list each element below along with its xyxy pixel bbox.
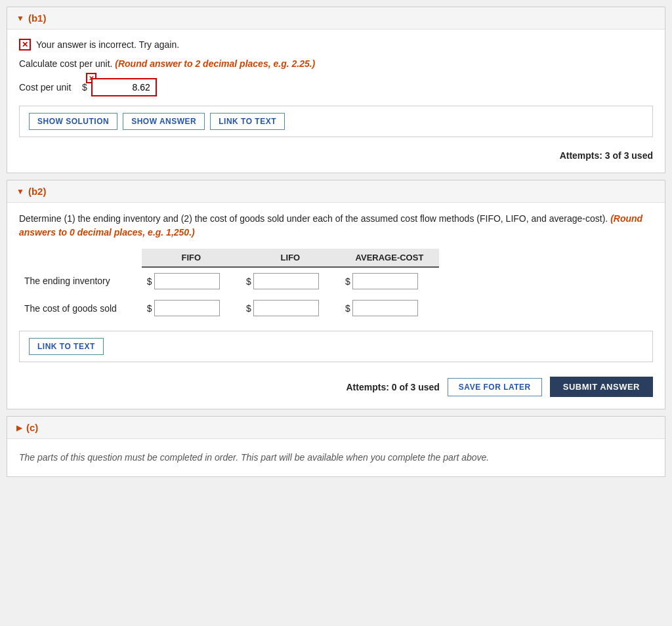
col-header-lifo: LIFO	[241, 249, 340, 267]
cost-per-unit-row: Cost per unit $ ✕	[19, 78, 653, 96]
b2-label: (b2)	[28, 186, 47, 197]
cogs-lifo-cell: $	[241, 295, 340, 322]
locked-message: The parts of this question must be compl…	[19, 448, 653, 467]
show-solution-button[interactable]: SHOW SOLUTION	[29, 113, 117, 130]
ending-lifo-cell: $	[241, 267, 340, 295]
show-answer-button[interactable]: SHOW ANSWER	[123, 113, 205, 130]
b2-instruction: Determine (1) the ending inventory and (…	[19, 212, 653, 240]
cogs-fifo-dollar: $	[147, 303, 152, 314]
b2-bottom-actions: Attempts: 0 of 3 used SAVE FOR LATER SUB…	[19, 370, 653, 400]
save-for-later-button[interactable]: SAVE FOR LATER	[448, 378, 542, 396]
cost-per-unit-input-wrapper: ✕	[91, 78, 157, 96]
b1-attempts: Attempts: 3 of 3 used	[19, 145, 653, 163]
cogs-lifo-dollar: $	[246, 303, 251, 314]
b1-action-buttons: SHOW SOLUTION SHOW ANSWER LINK TO TEXT	[19, 106, 653, 137]
cogs-lifo-input[interactable]	[253, 300, 319, 316]
ending-lifo-dollar: $	[246, 276, 251, 287]
col-header-avgcost: AVERAGE-COST	[340, 249, 439, 267]
b2-table-container: FIFO LIFO AVERAGE-COST The ending invent…	[19, 249, 653, 322]
section-c: ▶ (c) The parts of this question must be…	[7, 416, 665, 477]
row-label-ending-inventory: The ending inventory	[19, 267, 142, 295]
c-toggle-icon[interactable]: ▶	[16, 423, 22, 432]
section-b1-body: ✕ Your answer is incorrect. Try again. C…	[7, 30, 665, 173]
ending-fifo-dollar: $	[147, 276, 152, 287]
ending-inventory-fifo-input[interactable]	[154, 273, 220, 289]
b2-table: FIFO LIFO AVERAGE-COST The ending invent…	[19, 249, 439, 322]
b2-instruction-text1: Determine (1) the ending inventory and (…	[19, 213, 474, 224]
c-label: (c)	[26, 422, 38, 433]
section-b2-body: Determine (1) the ending inventory and (…	[7, 203, 665, 409]
b1-dollar-sign: $	[82, 82, 87, 93]
table-row: The ending inventory $ $	[19, 267, 439, 295]
cost-per-unit-label: Cost per unit	[19, 82, 78, 93]
b1-instruction: Calculate cost per unit. (Round answer t…	[19, 58, 653, 69]
ending-inventory-lifo-input[interactable]	[253, 273, 319, 289]
ending-avgcost-dollar: $	[345, 276, 350, 287]
b1-instruction-text: Calculate cost per unit.	[19, 58, 112, 69]
submit-answer-button[interactable]: SUBMIT ANSWER	[550, 377, 653, 397]
b2-link-btn-row: LINK TO TEXT	[19, 331, 653, 362]
cogs-avgcost-input[interactable]	[352, 300, 418, 316]
ending-fifo-cell: $	[142, 267, 241, 295]
section-b2: ▼ (b2) Determine (1) the ending inventor…	[7, 180, 665, 409]
section-c-body: The parts of this question must be compl…	[7, 439, 665, 476]
ending-avgcost-cell: $	[340, 267, 439, 295]
section-b1-header: ▼ (b1)	[7, 7, 665, 30]
section-c-header: ▶ (c)	[7, 417, 665, 439]
ending-inventory-avgcost-input[interactable]	[352, 273, 418, 289]
col-header-fifo: FIFO	[142, 249, 241, 267]
b2-instruction-text2: (FIFO, LIFO, and average-cost).	[476, 213, 608, 224]
b1-toggle-icon[interactable]: ▼	[16, 14, 24, 23]
table-row: The cost of goods sold $ $	[19, 295, 439, 322]
error-icon: ✕	[19, 39, 31, 51]
b1-instruction-highlight: (Round answer to 2 decimal places, e.g. …	[115, 58, 315, 69]
b2-link-to-text-button[interactable]: LINK TO TEXT	[29, 338, 104, 355]
cost-per-unit-input[interactable]	[91, 78, 157, 96]
row-label-cost-goods-sold: The cost of goods sold	[19, 295, 142, 322]
cogs-fifo-input[interactable]	[154, 300, 220, 316]
b1-label: (b1)	[28, 12, 47, 24]
error-message-row: ✕ Your answer is incorrect. Try again.	[19, 39, 653, 51]
col-header-empty	[19, 249, 142, 267]
b2-attempts: Attempts: 0 of 3 used	[346, 382, 440, 392]
section-b2-header: ▼ (b2)	[7, 180, 665, 203]
cogs-avgcost-dollar: $	[345, 303, 350, 314]
cogs-avgcost-cell: $	[340, 295, 439, 322]
b2-toggle-icon[interactable]: ▼	[16, 187, 24, 196]
cogs-fifo-cell: $	[142, 295, 241, 322]
error-text: Your answer is incorrect. Try again.	[36, 39, 179, 50]
b1-link-to-text-button[interactable]: LINK TO TEXT	[210, 113, 285, 130]
section-b1: ▼ (b1) ✕ Your answer is incorrect. Try a…	[7, 7, 665, 173]
